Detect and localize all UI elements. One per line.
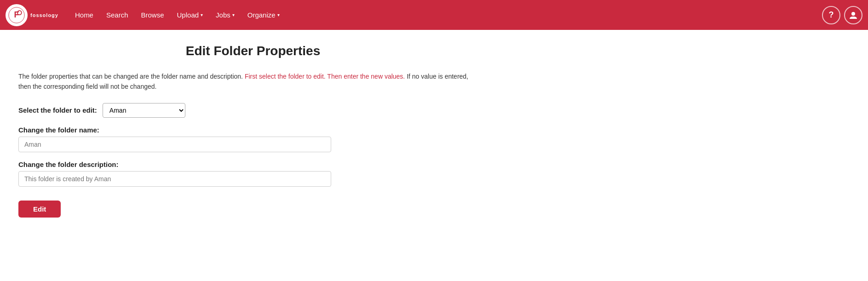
description-part1: The folder properties that can be change… [18,73,243,80]
folder-name-label: Change the folder name: [18,126,488,134]
description-highlight: First select the folder to edit. Then en… [245,73,405,80]
folder-desc-label: Change the folder description: [18,161,488,168]
nav-right: ? [822,6,862,24]
jobs-dropdown-arrow: ▾ [232,12,235,17]
folder-desc-group: Change the folder description: [18,161,488,187]
navbar: F fossology Home Search Browse Upload ▾ … [0,0,868,30]
select-folder-group: Select the folder to edit: Aman Root Oth… [18,103,488,118]
brand-name: fossology [30,12,58,18]
organize-dropdown-arrow: ▾ [277,12,280,17]
folder-name-group: Change the folder name: [18,126,488,152]
svg-point-3 [851,12,855,16]
folder-select[interactable]: Aman Root Other [103,103,185,118]
nav-links: Home Search Browse Upload ▾ Jobs ▾ Organ… [69,7,822,23]
main-content: Edit Folder Properties The folder proper… [0,30,506,236]
nav-organize[interactable]: Organize ▾ [242,7,285,23]
nav-search[interactable]: Search [101,7,134,23]
nav-home[interactable]: Home [69,7,99,23]
nav-upload[interactable]: Upload ▾ [172,7,209,23]
brand-logo[interactable]: F fossology [6,4,58,26]
user-icon [849,11,858,20]
help-button[interactable]: ? [822,6,840,24]
folder-desc-input[interactable] [18,171,331,187]
logo-circle: F [6,4,28,26]
nav-jobs[interactable]: Jobs ▾ [210,7,240,23]
upload-dropdown-arrow: ▾ [201,12,203,17]
select-folder-label: Select the folder to edit: [18,106,97,114]
user-button[interactable] [844,6,862,24]
edit-button[interactable]: Edit [18,201,61,218]
description-text: The folder properties that can be change… [18,71,469,92]
page-title: Edit Folder Properties [18,44,488,58]
folder-name-input[interactable] [18,137,331,152]
nav-browse[interactable]: Browse [136,7,170,23]
